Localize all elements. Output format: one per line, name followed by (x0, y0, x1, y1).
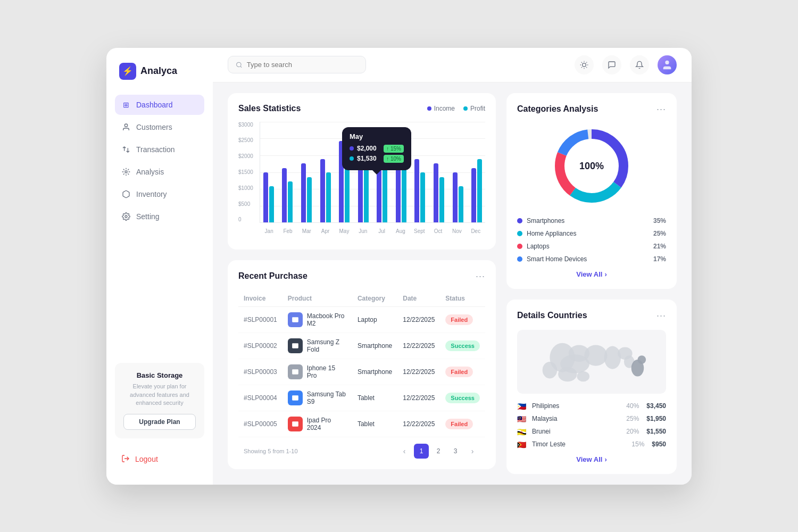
svg-rect-16 (292, 317, 298, 322)
cell-product: Ipad Pro 2024 (282, 411, 352, 437)
svg-point-0 (124, 124, 127, 127)
sidebar: ⚡ Analyca ⊞ Dashboard Customers Transact… (106, 48, 213, 485)
search-bar[interactable] (228, 56, 366, 73)
cell-date: 12/22/2025 (397, 359, 440, 385)
pagination-controls: ‹ 1 2 3 › (397, 444, 480, 459)
upgrade-card: Basic Storage Elevate your plan for adva… (115, 363, 204, 438)
svg-rect-20 (292, 421, 298, 426)
map-svg (517, 332, 666, 391)
x-label-apr: Apr (316, 228, 335, 234)
cell-date: 12/22/2025 (397, 411, 440, 437)
svg-rect-17 (292, 343, 298, 348)
country-name: Brunei (532, 428, 622, 435)
sidebar-item-customers[interactable]: Customers (115, 117, 204, 137)
cell-date: 12/22/2025 (397, 332, 440, 359)
logout-button[interactable]: Logout (115, 449, 204, 470)
next-page-button[interactable]: › (465, 444, 480, 459)
notifications-button[interactable] (630, 55, 649, 74)
purchases-tbody: #SLP00001 Macbook Pro M2 Laptop 12/22/20… (238, 306, 485, 437)
analysis-icon (121, 167, 131, 177)
tooltip-month: May (350, 132, 404, 140)
country-item: 🇵🇭 Philipines 40% $3,450 (517, 402, 666, 410)
sidebar-item-transaction[interactable]: Transaction (115, 139, 204, 160)
country-amount: $1,550 (646, 428, 666, 435)
logo-icon: ⚡ (119, 63, 136, 80)
table-row: #SLP00004 Samsung Tab S9 Tablet 12/22/20… (238, 385, 485, 411)
countries-menu[interactable]: ··· (656, 310, 666, 321)
pagination: Showing 5 from 1-10 ‹ 1 2 3 › (238, 437, 485, 459)
theme-toggle-button[interactable] (575, 55, 594, 74)
x-label-nov: Nov (447, 228, 466, 234)
svg-point-4 (237, 62, 241, 66)
page-3-button[interactable]: 3 (448, 444, 463, 459)
status-badge: Failed (445, 367, 473, 377)
page-2-button[interactable]: 2 (431, 444, 446, 459)
svg-point-37 (637, 355, 646, 364)
prev-page-button[interactable]: ‹ (397, 444, 412, 459)
profit-bar (477, 159, 482, 222)
chat-button[interactable] (602, 55, 621, 74)
x-label-jun: Jun (354, 228, 372, 234)
svg-point-33 (543, 362, 558, 378)
category-dot (517, 244, 522, 249)
income-bar (453, 172, 458, 222)
sidebar-item-dashboard[interactable]: ⊞ Dashboard (115, 95, 204, 115)
svg-line-9 (581, 62, 582, 62)
svg-point-34 (558, 367, 577, 381)
income-bar (320, 159, 325, 222)
col-date: Date (397, 290, 440, 307)
customers-icon (121, 122, 131, 132)
countries-view-all[interactable]: View All › (517, 455, 666, 463)
avatar[interactable] (658, 55, 677, 74)
tooltip-profit-row: $1,530 ↑ 10% (350, 155, 404, 163)
search-input[interactable] (247, 61, 358, 69)
countries-header: Details Countries ··· (517, 310, 666, 321)
product-image (288, 417, 303, 431)
country-item: 🇧🇳 Brunei 20% $1,550 (517, 428, 666, 435)
page-1-button[interactable]: 1 (414, 444, 429, 459)
country-item: 🇲🇾 Malaysia 25% $1,950 (517, 415, 666, 422)
chart-legend: Income Profit (427, 105, 485, 112)
setting-icon (121, 212, 131, 221)
country-name: Timor Leste (532, 440, 627, 448)
sidebar-item-inventory[interactable]: Inventory (115, 184, 204, 204)
recent-purchase-menu[interactable]: ··· (476, 271, 485, 282)
status-badge: Failed (445, 419, 473, 429)
bar-group-dec (468, 122, 485, 222)
sidebar-item-label: Transaction (136, 145, 175, 154)
main: Sales Statistics Income Profit (213, 48, 692, 485)
category-left: Home Appliances (517, 230, 576, 237)
categories-menu[interactable]: ··· (656, 104, 666, 115)
categories-view-all[interactable]: View All › (517, 270, 666, 278)
sidebar-item-analysis[interactable]: Analysis (115, 162, 204, 182)
category-dot (517, 218, 522, 223)
country-percentage: 25% (626, 415, 642, 422)
x-label-sept: Sept (410, 228, 429, 234)
country-flag: 🇧🇳 (517, 428, 528, 435)
profit-bar (364, 163, 369, 222)
sidebar-item-label: Setting (136, 212, 160, 221)
sidebar-item-setting[interactable]: Setting (115, 206, 204, 227)
country-name: Philipines (532, 402, 622, 410)
upgrade-plan-button[interactable]: Upgrade Plan (123, 414, 196, 430)
legend-income: Income (427, 105, 455, 112)
logout-label: Logout (135, 455, 158, 463)
recent-purchase-card: Recent Purchase ··· Invoice Product Cate… (228, 260, 496, 469)
bar-group-apr (317, 122, 334, 222)
dashboard-icon: ⊞ (121, 100, 131, 110)
cell-product: Macbook Pro M2 (282, 306, 352, 332)
bar-group-feb (279, 122, 296, 222)
country-flag: 🇵🇭 (517, 402, 528, 410)
profit-bar (420, 172, 425, 222)
x-label-aug: Aug (391, 228, 410, 234)
donut-center-label: 100% (579, 160, 604, 171)
country-amount: $3,450 (646, 402, 666, 410)
cell-date: 12/22/2025 (397, 385, 440, 411)
tooltip-income-change: ↑ 15% (384, 145, 404, 153)
category-percentage: 35% (653, 217, 666, 225)
x-label-jul: Jul (372, 228, 391, 234)
table-row: #SLP00001 Macbook Pro M2 Laptop 12/22/20… (238, 306, 485, 332)
right-column: Categories Analysis ··· (506, 93, 677, 474)
cell-invoice: #SLP00005 (238, 411, 282, 437)
table-header-row: Invoice Product Category Date Status (238, 290, 485, 307)
